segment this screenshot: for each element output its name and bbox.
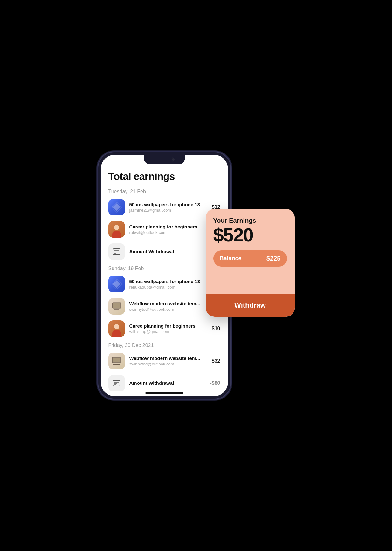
transaction-info: Career planning for beginners robwil@out…: [129, 224, 218, 235]
ios-wallpaper-icon-2: [108, 276, 125, 292]
date-section-1: Tuesday, 21 Feb: [108, 189, 220, 194]
career-icon-2: [108, 320, 125, 337]
transaction-email: robwil@outlook.com: [129, 230, 218, 235]
svg-rect-8: [113, 310, 120, 310]
transaction-info: Webflow modern website tem... swinnytod@…: [129, 356, 209, 366]
ios-wallpaper-icon: [108, 199, 125, 215]
transaction-name: Career planning for beginners: [129, 224, 218, 229]
svg-rect-14: [113, 380, 120, 386]
transaction-name: Amount Withdrawal: [129, 380, 208, 386]
transaction-info: Amount Withdrawal: [129, 380, 208, 386]
earnings-amount: $520: [213, 226, 287, 245]
career-icon: [108, 221, 125, 238]
date-section-3: Friday, 30 Dec 2021: [108, 343, 220, 348]
transaction-info: Caree planning for beginners will_shap@g…: [129, 323, 209, 334]
webflow-icon: [108, 298, 125, 315]
transaction-amount: $10: [212, 326, 220, 331]
transaction-name: Caree planning for beginners: [129, 323, 209, 329]
transaction-item[interactable]: Caree planning for beginners will_shap@g…: [108, 320, 220, 337]
page-title: Total earnings: [108, 171, 220, 182]
balance-amount: $225: [266, 255, 281, 262]
transaction-amount-negative: -$80: [210, 380, 220, 386]
svg-rect-7: [114, 309, 119, 310]
balance-pill: Balance $225: [213, 250, 287, 267]
svg-rect-11: [113, 358, 120, 362]
withdrawal-icon: [108, 243, 125, 260]
svg-rect-13: [113, 364, 120, 365]
transaction-amount: $32: [212, 358, 220, 364]
transaction-item[interactable]: Webflow modern website tem... swinnytod@…: [108, 353, 220, 369]
svg-rect-12: [114, 364, 119, 364]
transaction-email: jasmine21@gmail.com: [129, 208, 209, 213]
earnings-card: Your Earnings $520 Balance $225 Withdraw: [206, 209, 295, 317]
transaction-item[interactable]: 50 ios wallpapers for iphone 13 jasmine2…: [108, 199, 220, 215]
balance-label: Balance: [220, 255, 242, 262]
transaction-item[interactable]: Webflow modern website tem... swinnytod@…: [108, 298, 220, 315]
earnings-label: Your Earnings: [213, 217, 287, 224]
svg-rect-6: [113, 303, 120, 308]
webflow-icon-2: [108, 353, 125, 369]
withdraw-button[interactable]: Withdraw: [206, 294, 295, 317]
transaction-name: 50 ios wallpapers for iphone 13: [129, 202, 209, 207]
home-indicator: [145, 392, 183, 394]
transaction-item[interactable]: Career planning for beginners robwil@out…: [108, 221, 220, 238]
svg-rect-0: [113, 249, 120, 255]
transaction-item[interactable]: Amount Withdrawal: [108, 243, 220, 260]
transaction-info: 50 ios wallpapers for iphone 13 jasmine2…: [129, 202, 209, 213]
transaction-email: will_shap@gmail.com: [129, 329, 209, 334]
notch: [144, 155, 185, 164]
camera-icon: [171, 157, 175, 162]
transaction-name: Webflow modern website tem...: [129, 356, 209, 361]
transaction-item[interactable]: 50 ios wallpapers for iphone 13 renukagu…: [108, 276, 220, 292]
scene: Total earnings Tuesday, 21 Feb 50 ios wa…: [98, 152, 295, 399]
withdrawal-icon-2: [108, 375, 125, 391]
transaction-email: swinnytod@outlook.com: [129, 362, 209, 366]
transaction-item[interactable]: Amount Withdrawal -$80: [108, 375, 220, 391]
date-section-2: Sunday, 19 Feb: [108, 266, 220, 271]
